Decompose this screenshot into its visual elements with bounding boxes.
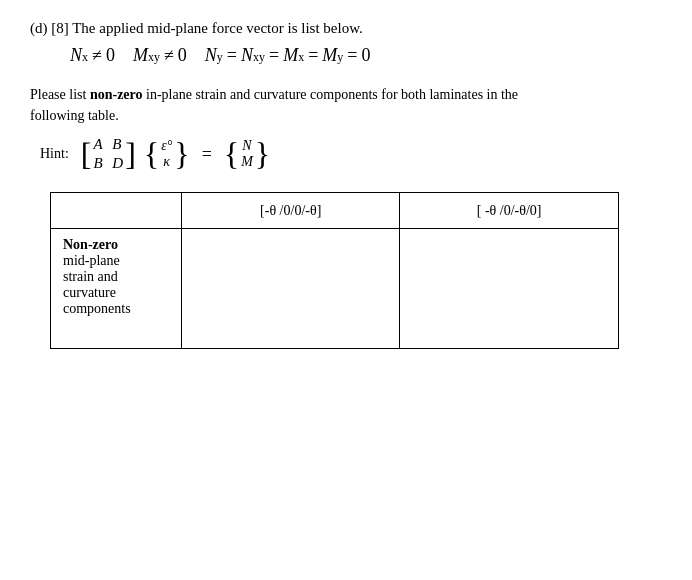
- desc-bold: non-zero: [90, 87, 143, 102]
- term-chain: Ny = Nxy = Mx = My = 0: [205, 45, 371, 66]
- desc-suffix: in-plane strain and curvature components…: [143, 87, 519, 102]
- term-mxy: Mxy ≠ 0: [133, 45, 187, 66]
- equals-sign: =: [202, 144, 212, 165]
- table-header-row: [-θ /0/0/-θ] [ -θ /0/-θ/0]: [51, 193, 619, 229]
- matrix-body-abd: A B B D: [93, 136, 123, 172]
- equation-row: Nx ≠ 0 Mxy ≠ 0 Ny = Nxy = Mx = My = 0: [70, 45, 662, 66]
- val3: 0: [361, 45, 370, 66]
- matrix-B-top: B: [112, 136, 123, 153]
- mx-var: M: [283, 45, 298, 66]
- row-label-line5: components: [63, 301, 131, 316]
- right-curly-eps: }: [174, 140, 189, 169]
- matrix-B-bot: B: [93, 155, 104, 172]
- row-label-bold: Non-zero: [63, 237, 118, 252]
- data-cell-2: [400, 229, 618, 349]
- eq3: =: [308, 45, 318, 66]
- mxy-var: M: [133, 45, 148, 66]
- eps-val: ε°: [161, 138, 172, 154]
- abd-matrix: [ A B B D ]: [81, 136, 136, 172]
- row-label-line4: curvature: [63, 285, 116, 300]
- left-curly-eps: {: [144, 140, 159, 169]
- desc-prefix: Please list: [30, 87, 90, 102]
- problem-section: (d) [8] The applied mid-plane force vect…: [30, 20, 662, 349]
- left-curly-nm: {: [224, 140, 239, 169]
- val2: 0: [178, 45, 187, 66]
- kappa-val: κ: [163, 154, 170, 170]
- right-curly-nm: }: [255, 140, 270, 169]
- nx-var: N: [70, 45, 82, 66]
- eq1: =: [227, 45, 237, 66]
- header-col2: [ -θ /0/-θ/0]: [400, 193, 618, 229]
- row-label-cell: Non-zero mid-plane strain and curvature …: [51, 229, 182, 349]
- left-bracket-abd: [: [81, 140, 92, 169]
- row-label-line2: mid-plane: [63, 253, 120, 268]
- col-vec-eps: ε° κ: [161, 138, 172, 170]
- row-label-line3: strain and: [63, 269, 118, 284]
- neq1: ≠: [92, 45, 102, 66]
- col-vec-nm: N M: [241, 138, 253, 170]
- n-val: N: [242, 138, 251, 154]
- matrix-D: D: [112, 155, 123, 172]
- nxy-var: N: [241, 45, 253, 66]
- eq2: =: [269, 45, 279, 66]
- term-nx: Nx ≠ 0: [70, 45, 115, 66]
- data-cell-1: [182, 229, 400, 349]
- answer-table: [-θ /0/0/-θ] [ -θ /0/-θ/0] Non-zero mid-…: [50, 192, 619, 349]
- problem-label: (d) [8] The applied mid-plane force vect…: [30, 20, 662, 37]
- ny-var: N: [205, 45, 217, 66]
- val1: 0: [106, 45, 115, 66]
- nm-vector: { N M }: [224, 138, 270, 170]
- my-var: M: [322, 45, 337, 66]
- eps-kappa-vector: { ε° κ }: [144, 138, 190, 170]
- hint-label: Hint:: [40, 146, 69, 162]
- matrix-A: A: [93, 136, 104, 153]
- description-text: Please list non-zero in-plane strain and…: [30, 84, 662, 126]
- desc-line2: following table.: [30, 108, 119, 123]
- neq2: ≠: [164, 45, 174, 66]
- header-col1: [-θ /0/0/-θ]: [182, 193, 400, 229]
- hint-row: Hint: [ A B B D ] { ε° κ } = {: [40, 136, 662, 172]
- table-data-row: Non-zero mid-plane strain and curvature …: [51, 229, 619, 349]
- right-bracket-abd: ]: [125, 140, 136, 169]
- header-col0: [51, 193, 182, 229]
- eq4: =: [347, 45, 357, 66]
- m-val: M: [241, 154, 253, 170]
